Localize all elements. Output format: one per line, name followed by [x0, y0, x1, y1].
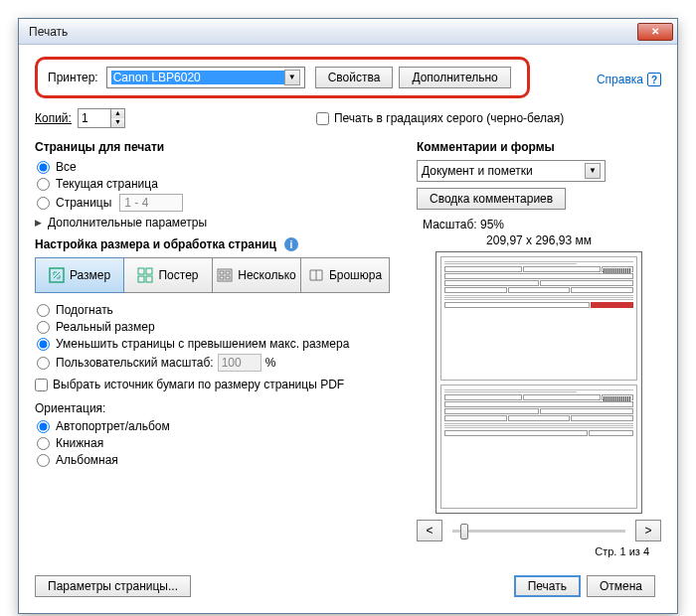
fit-label: Подогнать — [56, 303, 113, 317]
close-button[interactable]: ✕ — [637, 23, 673, 41]
multiple-icon — [217, 267, 233, 283]
next-page-button[interactable]: > — [635, 520, 661, 541]
spinner-up[interactable]: ▲ — [111, 109, 124, 118]
preview-page-top — [440, 256, 637, 381]
size-icon — [49, 267, 65, 283]
slider-thumb[interactable] — [460, 524, 468, 539]
info-icon[interactable]: i — [284, 237, 298, 251]
chevron-down-icon: ▼ — [284, 70, 300, 85]
booklet-icon — [308, 267, 324, 283]
multiple-tab-label: Несколько — [238, 268, 295, 282]
right-column: Комментарии и формы Документ и пометки ▼… — [417, 136, 661, 557]
print-button[interactable]: Печать — [514, 575, 581, 597]
help-link[interactable]: Справка ? — [597, 73, 661, 86]
pages-current-label: Текущая страница — [56, 177, 158, 191]
size-tab-label: Размер — [70, 268, 110, 282]
svg-rect-8 — [220, 276, 224, 279]
paper-source-label: Выбрать источник бумаги по размеру стран… — [53, 378, 344, 391]
comments-select[interactable]: Документ и пометки ▼ — [417, 160, 606, 182]
help-link-text: Справка — [597, 73, 643, 86]
copies-label: Копий: — [35, 111, 72, 125]
page-setup-button[interactable]: Параметры страницы... — [35, 575, 191, 597]
properties-button[interactable]: Свойства — [315, 67, 394, 88]
multiple-tab[interactable]: Несколько — [212, 257, 301, 293]
footer: Параметры страницы... Печать Отмена — [35, 575, 661, 597]
booklet-tab-label: Брошюра — [329, 268, 382, 282]
paper-size-text: 209,97 x 296,93 мм — [417, 233, 661, 247]
orient-auto-radio[interactable] — [37, 420, 50, 433]
pages-all-radio[interactable] — [37, 161, 50, 174]
orient-portrait-radio[interactable] — [37, 437, 50, 450]
copies-row: Копий: ▲ ▼ Печать в градациях серого (че… — [35, 108, 661, 128]
actual-row: Реальный размер — [35, 320, 403, 334]
svg-rect-3 — [138, 276, 144, 282]
svg-rect-1 — [138, 268, 144, 274]
shrink-radio[interactable] — [37, 338, 50, 351]
pages-range-radio[interactable] — [37, 197, 50, 210]
printer-highlight: Принтер: Canon LBP6020 ▼ Свойства Дополн… — [35, 57, 530, 98]
sizing-title-row: Настройка размера и обработка страниц i — [35, 237, 403, 251]
comments-title: Комментарии и формы — [417, 140, 661, 154]
pages-current-radio[interactable] — [37, 178, 50, 191]
fit-row: Подогнать — [35, 303, 403, 317]
orient-landscape-radio[interactable] — [37, 454, 50, 467]
orient-landscape-label: Альбомная — [56, 453, 118, 467]
orientation-label: Ориентация: — [35, 401, 403, 415]
printer-row: Принтер: Canon LBP6020 ▼ Свойства Дополн… — [35, 57, 661, 102]
preview-frame — [435, 251, 642, 514]
print-dialog: Печать ✕ Принтер: Canon LBP6020 ▼ Свойст… — [18, 18, 678, 614]
svg-rect-4 — [146, 276, 152, 282]
spinner-down[interactable]: ▼ — [111, 118, 124, 127]
pages-all-row: Все — [35, 160, 403, 174]
help-icon: ? — [647, 73, 661, 86]
grayscale-label: Печать в градациях серого (черно-белая) — [334, 111, 564, 125]
svg-rect-2 — [146, 268, 152, 274]
shrink-label: Уменьшить страницы с превышением макс. р… — [56, 337, 349, 351]
svg-rect-7 — [226, 271, 230, 274]
printer-select[interactable]: Canon LBP6020 ▼ — [106, 67, 305, 88]
cancel-button[interactable]: Отмена — [587, 575, 655, 597]
size-tab[interactable]: Размер — [35, 257, 124, 293]
orient-portrait-label: Книжная — [56, 436, 103, 450]
preview-nav: < > — [417, 520, 661, 541]
triangle-right-icon: ▶ — [35, 218, 42, 228]
preview-page-bottom — [440, 385, 637, 509]
scale-text: Масштаб: 95% — [417, 218, 661, 231]
shrink-row: Уменьшить страницы с превышением макс. р… — [35, 337, 403, 351]
copies-spinner[interactable]: ▲ ▼ — [78, 108, 125, 128]
pages-range-input[interactable] — [119, 194, 183, 212]
pages-more-expander[interactable]: ▶ Дополнительные параметры — [35, 216, 403, 230]
orient-landscape-row: Альбомная — [35, 453, 403, 467]
custom-scale-radio[interactable] — [37, 357, 50, 370]
custom-scale-input[interactable] — [218, 354, 261, 372]
poster-icon — [137, 267, 153, 283]
dialog-content: Принтер: Canon LBP6020 ▼ Свойства Дополн… — [19, 45, 677, 613]
orient-portrait-row: Книжная — [35, 436, 403, 450]
fit-radio[interactable] — [37, 304, 50, 317]
prev-page-button[interactable]: < — [417, 520, 442, 541]
svg-rect-9 — [226, 276, 230, 279]
pages-title: Страницы для печати — [35, 140, 403, 154]
zoom-slider[interactable] — [448, 530, 629, 533]
sizing-toggle-row: Размер Постер Несколько Брошюра — [35, 257, 403, 293]
advanced-button[interactable]: Дополнительно — [399, 67, 510, 88]
page-counter: Стр. 1 из 4 — [417, 545, 661, 557]
copies-input[interactable] — [79, 109, 110, 127]
actual-size-radio[interactable] — [37, 321, 50, 334]
orient-auto-label: Автопортрет/альбом — [56, 419, 170, 433]
left-column: Страницы для печати Все Текущая страница… — [35, 136, 403, 557]
printer-selected: Canon LBP6020 — [111, 71, 284, 84]
spinner-arrows: ▲ ▼ — [110, 109, 124, 127]
orient-auto-row: Автопортрет/альбом — [35, 419, 403, 433]
grayscale-row: Печать в градациях серого (черно-белая) — [316, 111, 564, 125]
custom-scale-unit: % — [265, 356, 276, 370]
printer-label: Принтер: — [48, 71, 98, 84]
poster-tab[interactable]: Постер — [123, 257, 213, 293]
grayscale-checkbox[interactable] — [316, 112, 329, 125]
summarize-comments-button[interactable]: Сводка комментариев — [417, 188, 566, 210]
booklet-tab[interactable]: Брошюра — [300, 257, 390, 293]
main-columns: Страницы для печати Все Текущая страница… — [35, 136, 661, 557]
pages-range-label: Страницы — [56, 196, 111, 210]
paper-source-checkbox[interactable] — [35, 379, 48, 391]
titlebar: Печать ✕ — [19, 19, 677, 45]
